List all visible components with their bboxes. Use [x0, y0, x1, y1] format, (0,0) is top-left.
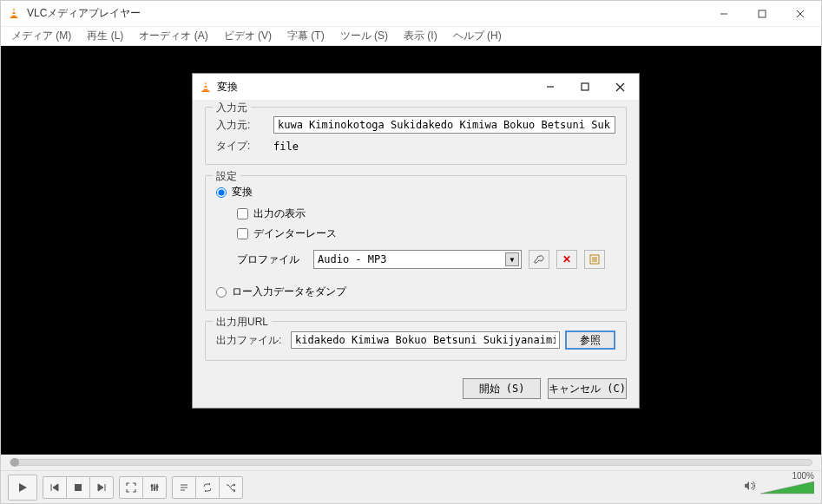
svg-rect-4 [759, 10, 766, 17]
next-button[interactable] [89, 476, 114, 499]
menu-subtitle[interactable]: 字幕 (T) [280, 27, 332, 45]
output-file-input[interactable] [291, 331, 560, 349]
source-group-title: 入力元 [213, 101, 251, 115]
cancel-button[interactable]: キャンセル (C) [548, 378, 627, 399]
chevron-down-icon: ▼ [505, 252, 519, 266]
menu-view[interactable]: 表示 (I) [397, 27, 444, 45]
convert-radio[interactable] [216, 187, 227, 198]
menu-audio[interactable]: オーディオ (A) [132, 27, 214, 45]
svg-point-10 [156, 485, 159, 488]
settings-group: 設定 変換 出力の表示 デインターレース プロファイル Audio - MP3 … [205, 175, 627, 311]
vlc-cone-icon [8, 7, 22, 21]
seek-track[interactable] [10, 459, 812, 466]
svg-rect-7 [75, 484, 82, 491]
dialog-close-button[interactable] [602, 75, 637, 98]
edit-profile-button[interactable] [529, 250, 549, 269]
dialog-title: 変換 [217, 80, 533, 95]
fullscreen-button[interactable] [119, 476, 143, 499]
main-titlebar: VLCメディアプレイヤー [1, 1, 821, 27]
profile-label: プロファイル [237, 252, 306, 267]
maximize-button[interactable] [743, 2, 781, 26]
vlc-cone-icon [200, 81, 212, 93]
svg-rect-2 [12, 13, 16, 15]
dialog-maximize-button[interactable] [568, 75, 602, 98]
random-button[interactable] [219, 476, 243, 499]
profile-value: Audio - MP3 [318, 253, 386, 265]
svg-rect-1 [12, 10, 16, 12]
prev-button[interactable] [43, 476, 67, 499]
type-label: タイプ: [216, 139, 268, 154]
profile-combobox[interactable]: Audio - MP3 ▼ [313, 250, 522, 269]
volume-slider[interactable]: 100% [760, 480, 814, 495]
svg-rect-0 [10, 16, 18, 18]
svg-rect-13 [204, 88, 207, 89]
source-group: 入力元 入力元: タイプ: file [205, 107, 627, 165]
dump-radio-label: ロー入力データをダンプ [232, 285, 346, 299]
menu-tools[interactable]: ツール (S) [333, 27, 395, 45]
show-output-label: 出力の表示 [253, 206, 306, 221]
controls-bar: 100% [1, 470, 821, 503]
loop-button[interactable] [195, 476, 220, 499]
convert-radio-label: 変換 [232, 185, 253, 200]
seek-bar[interactable] [1, 455, 821, 470]
deinterlace-checkbox[interactable] [237, 228, 248, 239]
svg-rect-15 [582, 83, 589, 90]
menu-playback[interactable]: 再生 (L) [80, 27, 130, 45]
dump-radio[interactable] [216, 287, 227, 298]
volume-control: 100% [743, 480, 814, 495]
extended-settings-button[interactable] [142, 476, 167, 499]
source-input[interactable] [273, 116, 615, 134]
svg-point-9 [154, 487, 156, 489]
minimize-button[interactable] [705, 2, 743, 26]
svg-point-8 [151, 484, 154, 487]
type-value: file [273, 141, 299, 153]
stop-button[interactable] [66, 476, 90, 499]
browse-button[interactable]: 参照 [565, 331, 615, 350]
new-profile-button[interactable] [584, 250, 605, 269]
source-label: 入力元: [216, 118, 268, 133]
dialog-titlebar: 変換 [193, 74, 639, 100]
show-output-checkbox[interactable] [237, 208, 248, 219]
main-window-title: VLCメディアプレイヤー [27, 6, 705, 21]
menu-help[interactable]: ヘルプ (H) [446, 27, 509, 45]
speaker-icon[interactable] [743, 480, 757, 494]
seek-handle[interactable] [10, 458, 19, 467]
play-button[interactable] [8, 475, 37, 501]
output-group: 出力用URL 出力ファイル: 参照 [205, 321, 627, 361]
close-button[interactable] [781, 2, 819, 26]
svg-rect-12 [204, 84, 207, 86]
menu-media[interactable]: メディア (M) [4, 27, 78, 45]
output-file-label: 出力ファイル: [216, 333, 286, 348]
settings-group-title: 設定 [213, 169, 240, 184]
deinterlace-label: デインターレース [253, 226, 337, 241]
delete-profile-button[interactable]: ✕ [556, 250, 577, 269]
dialog-minimize-button[interactable] [533, 75, 568, 98]
menu-video[interactable]: ビデオ (V) [217, 27, 279, 45]
menubar: メディア (M) 再生 (L) オーディオ (A) ビデオ (V) 字幕 (T)… [1, 27, 821, 46]
output-group-title: 出力用URL [213, 315, 272, 330]
playlist-button[interactable] [172, 476, 196, 499]
start-button[interactable]: 開始 (S) [463, 378, 541, 399]
svg-rect-11 [202, 90, 210, 92]
convert-dialog: 変換 入力元 入力元: タイプ: file 設定 変換 出力の表示 [192, 73, 640, 409]
